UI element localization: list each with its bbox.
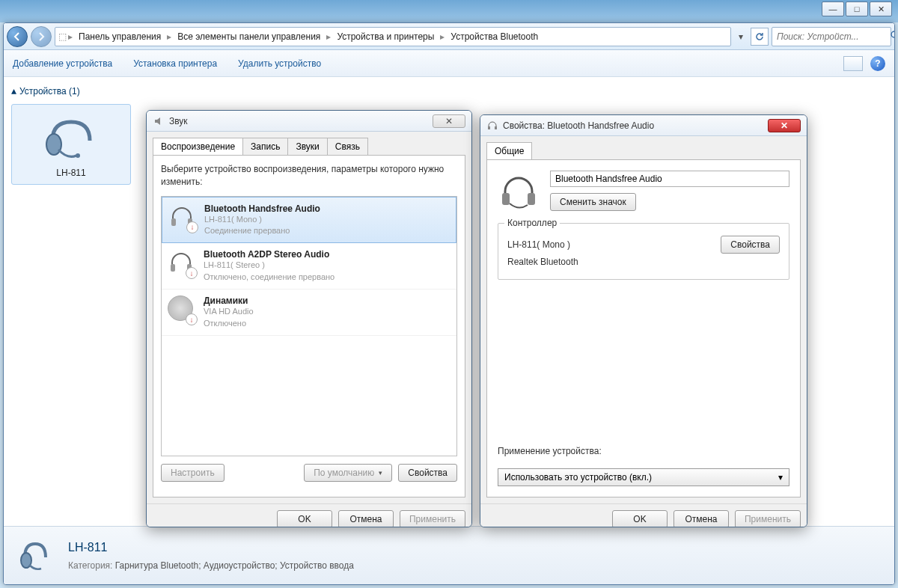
headphones-icon: ↓ xyxy=(168,203,195,230)
apply-button[interactable]: Применить xyxy=(400,510,465,527)
view-options-button[interactable] xyxy=(843,56,863,71)
toolbar-add-printer[interactable]: Установка принтера xyxy=(133,58,217,69)
sound-dialog-titlebar[interactable]: Звук ✕ xyxy=(147,111,471,132)
svg-rect-8 xyxy=(488,126,490,129)
configure-button[interactable]: Настроить xyxy=(161,464,224,482)
properties-dialog-titlebar[interactable]: Свойства: Bluetooth Handsfree Audio ✕ xyxy=(480,115,807,136)
parent-window-strip: — □ ✕ xyxy=(0,0,898,22)
change-icon-button[interactable]: Сменить значок xyxy=(550,193,636,211)
properties-dialog-close-button[interactable]: ✕ xyxy=(768,119,801,132)
playback-tab-content: Выберите устройство воспроизведения, пар… xyxy=(153,155,465,497)
playback-device-item[interactable]: ↓ Bluetooth A2DP Stereo Audio LH-811( St… xyxy=(162,243,456,290)
playback-device-sub: LH-811( Mono ) xyxy=(204,214,320,225)
details-pane: LH-811 Категория: Гарнитура Bluetooth; А… xyxy=(4,526,894,584)
ok-button[interactable]: OK xyxy=(277,510,332,527)
nav-back-button[interactable] xyxy=(7,26,28,47)
controller-properties-button[interactable]: Свойства xyxy=(721,236,780,254)
device-usage-select[interactable]: Использовать это устройство (вкл.) ▾ xyxy=(498,468,789,486)
svg-point-2 xyxy=(76,153,80,158)
explorer-window: ⬚ ▸ Панель управления ▸ Все элементы пан… xyxy=(3,22,895,585)
svg-point-0 xyxy=(891,31,895,37)
tab-communications[interactable]: Связь xyxy=(327,138,368,155)
sound-dialog: Звук ✕ Воспроизведение Запись Звуки Связ… xyxy=(146,110,472,527)
breadcrumb-root-icon[interactable]: ⬚ xyxy=(58,31,67,42)
cancel-button[interactable]: Отмена xyxy=(338,510,394,527)
details-title: LH-811 xyxy=(68,541,882,554)
devices-panel: ▴ Устройства (1) LH-811 xyxy=(4,77,138,526)
tab-general[interactable]: Общие xyxy=(486,142,532,159)
disconnected-badge-icon: ↓ xyxy=(186,267,198,279)
playback-device-sub: LH-811( Stereo ) xyxy=(204,260,335,271)
svg-rect-9 xyxy=(495,126,497,129)
tab-sounds[interactable]: Звуки xyxy=(287,138,327,155)
command-toolbar: Добавление устройства Установка принтера… xyxy=(4,50,894,77)
controller-legend: Контроллер xyxy=(504,218,560,228)
sound-dialog-footer: OK Отмена Применить xyxy=(147,503,471,527)
svg-rect-6 xyxy=(171,264,175,272)
device-item[interactable]: LH-811 xyxy=(11,104,131,185)
refresh-button[interactable] xyxy=(751,28,769,46)
toolbar-remove-device[interactable]: Удалить устройство xyxy=(238,58,321,69)
window-minimize-button[interactable]: — xyxy=(822,1,844,16)
playback-device-name: Bluetooth A2DP Stereo Audio xyxy=(204,249,335,260)
playback-device-item[interactable]: ↓ Bluetooth Handsfree Audio LH-811( Mono… xyxy=(162,197,456,244)
search-icon[interactable] xyxy=(890,30,895,43)
help-icon[interactable]: ? xyxy=(870,56,885,71)
tab-playback[interactable]: Воспроизведение xyxy=(153,138,243,155)
device-name-input[interactable] xyxy=(550,171,789,187)
breadcrumb-item[interactable]: Устройства Bluetooth xyxy=(446,29,543,44)
apply-button[interactable]: Применить xyxy=(735,510,801,527)
device-large-icon xyxy=(498,171,540,212)
playback-device-item[interactable]: ↓ Динамики VIA HD Audio Отключено xyxy=(162,290,456,336)
controller-driver-line: Realtek Bluetooth xyxy=(507,257,780,267)
ok-button[interactable]: OK xyxy=(612,510,668,527)
playback-device-status: Соединение прервано xyxy=(204,225,320,236)
playback-instruction: Выберите устройство воспроизведения, пар… xyxy=(161,163,457,189)
svg-rect-4 xyxy=(171,218,176,226)
properties-dialog: Свойства: Bluetooth Handsfree Audio ✕ Об… xyxy=(480,114,807,527)
playback-device-sub: VIA HD Audio xyxy=(204,306,254,317)
properties-tabs: Общие xyxy=(486,142,801,159)
breadcrumb-item[interactable]: Устройства и принтеры xyxy=(332,29,439,44)
sound-tabs: Воспроизведение Запись Звуки Связь xyxy=(153,138,465,155)
device-label: LH-811 xyxy=(18,168,124,178)
set-default-button[interactable]: По умолчанию xyxy=(304,464,392,482)
speaker-icon: ↓ xyxy=(168,295,195,322)
breadcrumb: ⬚ ▸ Панель управления ▸ Все элементы пан… xyxy=(55,27,731,46)
devices-group-header[interactable]: ▴ Устройства (1) xyxy=(11,85,131,97)
address-history-dropdown[interactable]: ▾ xyxy=(734,31,748,42)
playback-device-name: Динамики xyxy=(204,295,254,306)
address-bar: ⬚ ▸ Панель управления ▸ Все элементы пан… xyxy=(4,23,894,50)
window-close-button[interactable]: ✕ xyxy=(870,1,892,16)
sound-dialog-close-button[interactable]: ✕ xyxy=(433,114,465,128)
playback-device-status: Отключено, соединение прервано xyxy=(204,272,335,283)
properties-dialog-footer: OK Отмена Применить xyxy=(480,503,807,527)
properties-dialog-title: Свойства: Bluetooth Handsfree Audio xyxy=(503,120,654,131)
toolbar-add-device[interactable]: Добавление устройства xyxy=(13,58,112,69)
search-box[interactable] xyxy=(772,27,891,46)
playback-device-status: Отключено xyxy=(204,318,254,329)
bluetooth-headset-icon xyxy=(37,111,105,163)
headphones-icon xyxy=(486,120,498,132)
device-usage-label: Применение устройства: xyxy=(498,446,602,456)
tab-recording[interactable]: Запись xyxy=(242,138,288,155)
breadcrumb-item[interactable]: Панель управления xyxy=(74,29,165,44)
nav-forward-button[interactable] xyxy=(31,26,52,47)
disabled-badge-icon: ↓ xyxy=(186,313,198,325)
svg-rect-10 xyxy=(502,193,510,205)
disconnected-badge-icon: ↓ xyxy=(186,221,198,233)
details-category: Категория: Гарнитура Bluetooth; Аудиоуст… xyxy=(68,560,882,571)
breadcrumb-item[interactable]: Все элементы панели управления xyxy=(173,29,325,44)
cancel-button[interactable]: Отмена xyxy=(674,510,729,527)
search-input[interactable] xyxy=(777,31,890,42)
chevron-down-icon: ▾ xyxy=(778,472,783,483)
controller-device-line: LH-811( Mono ) xyxy=(507,239,721,250)
general-tab-content: Сменить значок Контроллер LH-811( Mono )… xyxy=(486,159,801,497)
details-device-icon xyxy=(16,536,55,575)
device-properties-button[interactable]: Свойства xyxy=(398,464,457,482)
svg-rect-11 xyxy=(528,193,535,205)
window-maximize-button[interactable]: □ xyxy=(846,1,868,16)
playback-device-list[interactable]: ↓ Bluetooth Handsfree Audio LH-811( Mono… xyxy=(161,196,457,456)
playback-device-name: Bluetooth Handsfree Audio xyxy=(204,203,320,214)
sound-icon xyxy=(153,115,165,127)
